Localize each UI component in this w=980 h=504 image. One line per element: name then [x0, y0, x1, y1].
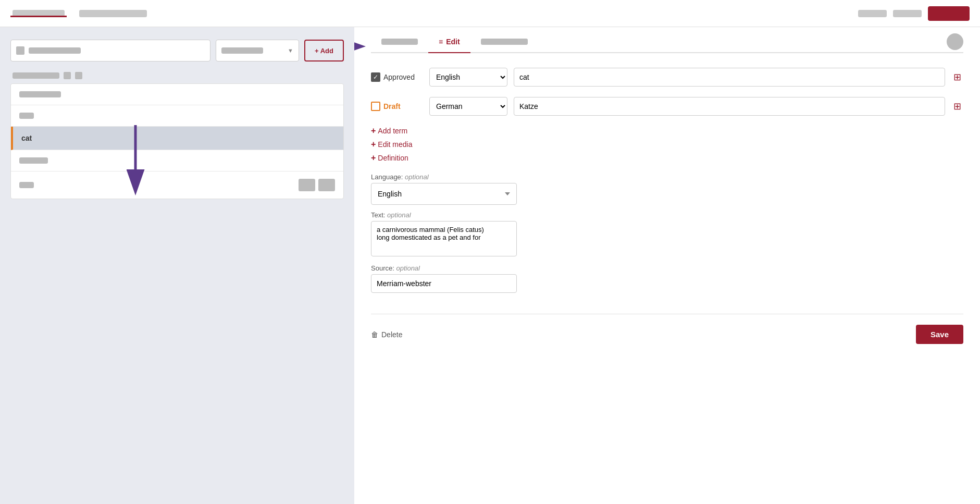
tab-previous[interactable]: [371, 32, 428, 51]
item-text-placeholder: [19, 157, 48, 164]
item-cat-text: cat: [21, 134, 32, 142]
definition-icon: +: [371, 153, 376, 163]
prev-btn[interactable]: [299, 179, 315, 191]
nav-right-btn3[interactable]: [928, 6, 970, 21]
pagination-btns: [299, 179, 335, 191]
text-label: Text: optional: [371, 211, 963, 219]
list-header: [10, 72, 344, 79]
german-term-input[interactable]: [514, 97, 945, 116]
english-term-input[interactable]: [514, 68, 945, 87]
nav-left: [10, 10, 149, 17]
next-btn[interactable]: [318, 179, 335, 191]
tab-next[interactable]: [470, 32, 538, 51]
tab-next-label: [481, 39, 528, 45]
nav-tab-1-label: [13, 10, 65, 17]
top-nav: [0, 0, 980, 27]
action-links: + Add term + Edit media + Definition: [371, 126, 963, 163]
term-list: cat: [10, 83, 344, 199]
term-row-german: Draft English German French Spanish ⊞: [371, 97, 963, 116]
nav-tab-2[interactable]: [77, 10, 149, 17]
item-text-placeholder: [19, 91, 61, 97]
approved-label: Approved: [383, 73, 415, 81]
source-input[interactable]: [371, 274, 517, 293]
english-term-actions-icon[interactable]: ⊞: [951, 71, 963, 83]
draft-checkbox[interactable]: [371, 102, 380, 111]
list-item[interactable]: [11, 84, 343, 105]
nav-tab-1[interactable]: [10, 10, 67, 17]
list-item-cat[interactable]: cat: [11, 127, 343, 150]
search-placeholder-text: [29, 47, 81, 54]
edit-media-icon: +: [371, 140, 376, 149]
definition-label: Definition: [378, 154, 408, 162]
filter-chevron-icon: ▼: [288, 47, 293, 54]
bottom-actions: 🗑 Delete Save: [371, 314, 963, 344]
draft-label: Draft: [383, 102, 401, 110]
list-header-text: [13, 72, 59, 79]
delete-label: Delete: [381, 330, 402, 339]
tab-prev-label: [381, 39, 418, 45]
draft-checkbox-wrap: Draft: [371, 102, 423, 111]
source-label: Source: optional: [371, 264, 963, 272]
search-icon: [16, 46, 24, 55]
german-language-select[interactable]: English German French Spanish: [429, 97, 507, 116]
edit-list-icon: ≡: [439, 38, 443, 46]
term-row-english: Approved English German French Spanish ⊞: [371, 68, 963, 87]
filter-select[interactable]: ▼: [216, 40, 299, 62]
edit-media-link[interactable]: + Edit media: [371, 140, 963, 149]
approved-checkbox[interactable]: [371, 72, 380, 82]
add-term-link[interactable]: + Add term: [371, 126, 963, 136]
nav-right: [858, 6, 970, 21]
list-filter-icon[interactable]: [75, 72, 82, 79]
item-text-placeholder: [19, 182, 34, 188]
definition-section: Language: optional English German French…: [371, 173, 963, 293]
left-panel: ▼ + Add cat: [0, 27, 354, 504]
nav-right-btn1[interactable]: [858, 10, 887, 17]
right-panel-inner: ≡ Edit Approved English German Frenc: [371, 27, 963, 344]
add-term-icon: +: [371, 126, 376, 136]
tab-edit-label: Edit: [446, 38, 460, 46]
edit-media-label: Edit media: [378, 140, 412, 149]
german-term-actions-icon[interactable]: ⊞: [951, 101, 963, 112]
english-language-select[interactable]: English German French Spanish: [429, 68, 507, 87]
trash-icon: 🗑: [371, 330, 378, 339]
nav-right-btn2[interactable]: [893, 10, 922, 17]
tabs-row: ≡ Edit: [371, 27, 963, 53]
list-sort-icon[interactable]: [64, 72, 71, 79]
definition-link[interactable]: + Definition: [371, 153, 963, 163]
main-layout: ▼ + Add cat: [0, 27, 980, 504]
definition-language-select[interactable]: English German French Spanish: [371, 183, 517, 205]
search-row: ▼ + Add: [10, 40, 344, 62]
nav-tab-2-label: [79, 10, 147, 17]
approved-checkbox-wrap: Approved: [371, 72, 423, 82]
add-button[interactable]: + Add: [304, 40, 344, 62]
language-label: Language: optional: [371, 173, 963, 181]
delete-button[interactable]: 🗑 Delete: [371, 330, 402, 339]
right-panel: ≡ Edit Approved English German Frenc: [354, 27, 980, 504]
item-text-placeholder: [19, 113, 34, 119]
filter-placeholder: [221, 47, 263, 54]
list-item[interactable]: [11, 105, 343, 127]
user-avatar: [947, 33, 963, 50]
list-item[interactable]: [11, 150, 343, 171]
search-input-wrap[interactable]: [10, 40, 210, 62]
list-wrapper: cat: [10, 83, 344, 199]
definition-text-input[interactable]: a carnivorous mammal (Felis catus) long …: [371, 221, 517, 256]
tab-edit[interactable]: ≡ Edit: [428, 31, 470, 52]
save-button[interactable]: Save: [916, 325, 963, 344]
add-term-label: Add term: [378, 127, 407, 135]
list-item[interactable]: [11, 171, 343, 199]
